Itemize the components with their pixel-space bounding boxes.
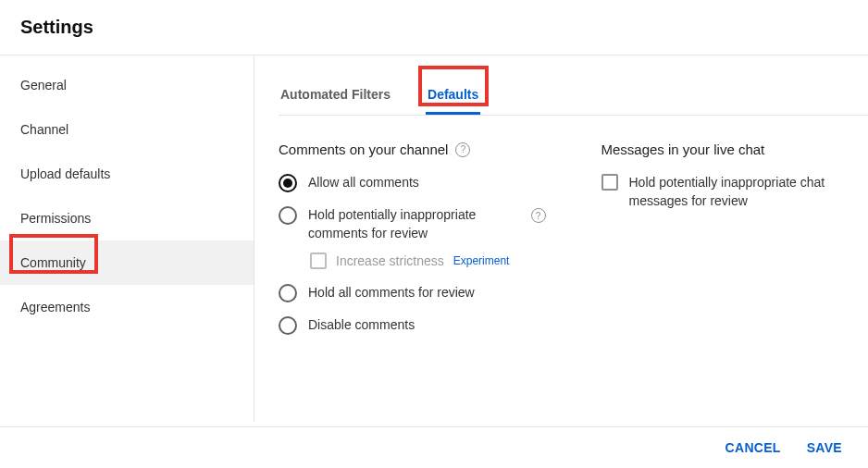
radio-icon [279, 174, 297, 192]
radio-icon [279, 284, 297, 302]
radio-icon [279, 206, 297, 225]
checkbox-increase-strictness [310, 252, 327, 269]
settings-sidebar: General Channel Upload defaults Permissi… [0, 55, 254, 422]
radio-label: Disable comments [308, 316, 415, 335]
tab-automated-filters[interactable]: Automated Filters [279, 80, 392, 115]
livechat-section-title: Messages in your live chat [601, 142, 869, 157]
sidebar-item-community[interactable]: Community [0, 240, 254, 285]
radio-label: Hold all comments for review [308, 284, 475, 302]
comments-column: Comments on your channel ? Allow all com… [279, 142, 546, 349]
tab-defaults[interactable]: Defaults [426, 80, 480, 115]
radio-icon [279, 316, 297, 335]
save-button[interactable]: SAVE [807, 440, 842, 455]
tabs: Automated Filters Defaults [279, 55, 868, 116]
radio-hold-inappropriate[interactable]: Hold potentially inappropriate comments … [279, 206, 546, 242]
radio-hold-all[interactable]: Hold all comments for review [279, 284, 546, 302]
increase-strictness-label: Increase strictness [336, 253, 444, 268]
main-layout: General Channel Upload defaults Permissi… [0, 55, 868, 422]
cancel-button[interactable]: CANCEL [725, 440, 781, 455]
checkbox-hold-chat[interactable]: Hold potentially inappropriate chat mess… [601, 174, 869, 210]
help-icon[interactable]: ? [531, 208, 546, 223]
help-icon[interactable]: ? [455, 142, 470, 157]
sidebar-item-upload-defaults[interactable]: Upload defaults [0, 152, 254, 196]
footer: CANCEL SAVE [0, 426, 868, 468]
content-panel: Automated Filters Defaults Comments on y… [254, 55, 868, 422]
sidebar-item-channel[interactable]: Channel [0, 107, 254, 152]
radio-disable-comments[interactable]: Disable comments [279, 316, 546, 335]
checkbox-label: Hold potentially inappropriate chat mess… [629, 174, 869, 210]
comments-title-text: Comments on your channel [279, 142, 448, 157]
checkbox-icon [601, 174, 618, 191]
radio-label: Hold potentially inappropriate comments … [308, 206, 520, 242]
comments-section-title: Comments on your channel ? [279, 142, 546, 157]
increase-strictness-row: Increase strictness Experiment [310, 252, 546, 269]
page-title: Settings [0, 0, 868, 55]
defaults-panel: Comments on your channel ? Allow all com… [279, 116, 868, 349]
radio-label: Allow all comments [308, 174, 419, 192]
sidebar-item-agreements[interactable]: Agreements [0, 285, 254, 329]
sidebar-item-permissions[interactable]: Permissions [0, 196, 254, 240]
experiment-badge: Experiment [453, 254, 510, 267]
sidebar-item-general[interactable]: General [0, 63, 254, 107]
livechat-column: Messages in your live chat Hold potentia… [601, 142, 869, 349]
radio-allow-all[interactable]: Allow all comments [279, 174, 546, 192]
livechat-title-text: Messages in your live chat [601, 142, 765, 157]
